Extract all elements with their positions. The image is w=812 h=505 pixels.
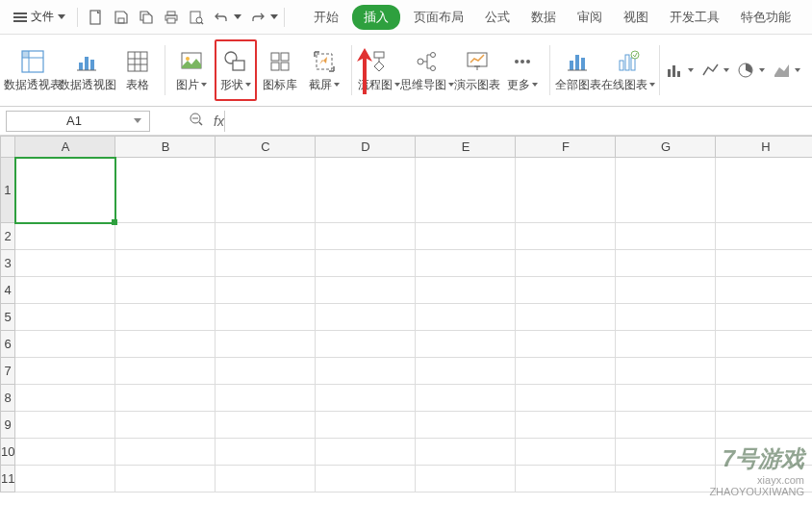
flowchart-button[interactable]: 流程图 bbox=[358, 39, 400, 101]
tab-features[interactable]: 特色功能 bbox=[733, 5, 799, 30]
cell[interactable] bbox=[15, 304, 115, 331]
picture-button[interactable]: 图片 bbox=[170, 39, 213, 101]
tab-data[interactable]: 数据 bbox=[523, 5, 564, 30]
cell[interactable] bbox=[316, 223, 416, 250]
cell[interactable] bbox=[616, 304, 716, 331]
mindmap-button[interactable]: 思维导图 bbox=[402, 39, 452, 101]
cell[interactable] bbox=[316, 412, 416, 439]
cell[interactable] bbox=[115, 158, 216, 223]
cell[interactable] bbox=[416, 277, 516, 304]
tab-formula[interactable]: 公式 bbox=[477, 5, 518, 30]
tab-dev-tools[interactable]: 开发工具 bbox=[662, 5, 727, 30]
icon-library-button[interactable]: 图标库 bbox=[259, 39, 301, 101]
file-menu[interactable]: 文件 bbox=[8, 7, 71, 27]
zoom-out-icon[interactable] bbox=[189, 112, 204, 130]
cell[interactable] bbox=[716, 250, 812, 277]
tab-review[interactable]: 审阅 bbox=[570, 5, 610, 30]
cell[interactable] bbox=[416, 466, 516, 492]
cell[interactable] bbox=[316, 304, 416, 331]
cell[interactable] bbox=[115, 304, 216, 331]
cell[interactable] bbox=[216, 250, 316, 277]
cell[interactable] bbox=[416, 250, 516, 277]
col-header[interactable]: F bbox=[516, 137, 616, 158]
select-all-corner[interactable] bbox=[1, 137, 15, 158]
cell[interactable] bbox=[416, 158, 516, 223]
cell[interactable] bbox=[416, 358, 516, 385]
table-button[interactable]: 表格 bbox=[116, 39, 159, 101]
cell[interactable] bbox=[316, 158, 416, 223]
row-header[interactable]: 5 bbox=[1, 304, 15, 331]
cell[interactable] bbox=[115, 358, 216, 385]
cell-reference-box[interactable]: A1 bbox=[6, 111, 150, 132]
cell[interactable] bbox=[15, 250, 115, 277]
cell[interactable] bbox=[416, 385, 516, 412]
col-header[interactable]: D bbox=[316, 137, 416, 158]
cell[interactable] bbox=[115, 412, 216, 439]
row-header[interactable]: 3 bbox=[1, 250, 15, 277]
row-header[interactable]: 11 bbox=[1, 466, 15, 492]
row-header[interactable]: 4 bbox=[1, 277, 15, 304]
cell[interactable] bbox=[516, 277, 616, 304]
chevron-down-icon[interactable] bbox=[270, 14, 278, 19]
cell[interactable] bbox=[716, 412, 812, 439]
cell[interactable] bbox=[516, 223, 616, 250]
cell[interactable] bbox=[716, 304, 812, 331]
shapes-button[interactable]: 形状 bbox=[215, 39, 257, 101]
cell[interactable] bbox=[516, 158, 616, 223]
cell[interactable] bbox=[216, 304, 316, 331]
cell[interactable] bbox=[216, 439, 316, 466]
row-header[interactable]: 7 bbox=[1, 358, 15, 385]
formula-input[interactable] bbox=[224, 111, 806, 132]
cell[interactable] bbox=[616, 277, 716, 304]
col-header[interactable]: G bbox=[616, 137, 716, 158]
cell[interactable] bbox=[316, 250, 416, 277]
cell[interactable] bbox=[416, 331, 516, 358]
redo-icon[interactable] bbox=[247, 7, 268, 28]
cell[interactable] bbox=[15, 412, 115, 439]
pivot-chart-button[interactable]: 数据透视图 bbox=[61, 39, 114, 101]
cell[interactable] bbox=[516, 439, 616, 466]
pie-chart-dropdown[interactable] bbox=[737, 62, 765, 79]
cell[interactable] bbox=[716, 223, 812, 250]
cell[interactable] bbox=[15, 223, 115, 250]
cell[interactable] bbox=[716, 277, 812, 304]
area-chart-dropdown[interactable] bbox=[773, 62, 800, 79]
cell[interactable] bbox=[115, 385, 216, 412]
cell[interactable] bbox=[616, 358, 716, 385]
fx-label[interactable]: fx bbox=[214, 114, 224, 129]
row-header[interactable]: 8 bbox=[1, 385, 15, 412]
row-header[interactable]: 2 bbox=[1, 223, 15, 250]
cell[interactable] bbox=[516, 250, 616, 277]
cell[interactable] bbox=[115, 466, 216, 492]
cell[interactable] bbox=[316, 358, 416, 385]
cell[interactable] bbox=[15, 439, 115, 466]
chevron-down-icon[interactable] bbox=[234, 14, 241, 19]
row-header[interactable]: 10 bbox=[1, 439, 15, 466]
cell[interactable] bbox=[516, 466, 616, 492]
cell[interactable] bbox=[616, 331, 716, 358]
cell[interactable] bbox=[316, 466, 416, 492]
cell[interactable] bbox=[416, 304, 516, 331]
bar-chart-dropdown[interactable] bbox=[666, 62, 694, 79]
cell[interactable] bbox=[516, 412, 616, 439]
row-header[interactable]: 1 bbox=[1, 158, 15, 223]
online-charts-button[interactable]: 在线图表 bbox=[603, 39, 653, 101]
cell[interactable] bbox=[616, 439, 716, 466]
cell[interactable] bbox=[15, 385, 115, 412]
cell[interactable] bbox=[216, 358, 316, 385]
cell[interactable] bbox=[115, 331, 216, 358]
cell[interactable] bbox=[115, 223, 216, 250]
cell[interactable] bbox=[216, 158, 316, 223]
all-charts-button[interactable]: 全部图表 bbox=[556, 39, 601, 101]
cell[interactable] bbox=[516, 304, 616, 331]
cell[interactable] bbox=[516, 331, 616, 358]
cell-a1[interactable] bbox=[15, 158, 115, 223]
cell[interactable] bbox=[716, 358, 812, 385]
cell[interactable] bbox=[316, 439, 416, 466]
save-as-icon[interactable] bbox=[136, 7, 157, 28]
tab-view[interactable]: 视图 bbox=[616, 5, 656, 30]
cell[interactable] bbox=[716, 385, 812, 412]
cell[interactable] bbox=[216, 223, 316, 250]
cell[interactable] bbox=[716, 158, 812, 223]
cell[interactable] bbox=[216, 277, 316, 304]
